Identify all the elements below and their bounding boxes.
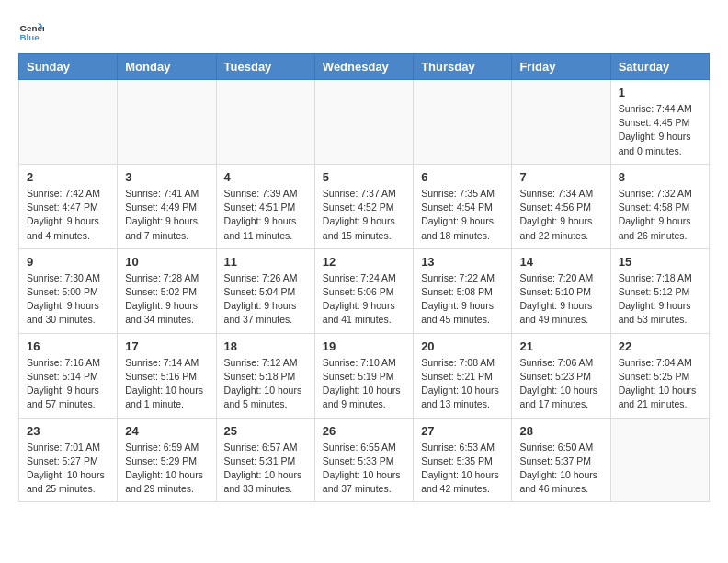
calendar-cell (610, 418, 709, 502)
day-info: Sunrise: 7:44 AM Sunset: 4:45 PM Dayligh… (619, 102, 701, 158)
day-number: 18 (224, 339, 307, 353)
day-number: 6 (421, 170, 504, 184)
day-info: Sunrise: 7:12 AM Sunset: 5:18 PM Dayligh… (224, 356, 307, 412)
day-info: Sunrise: 7:30 AM Sunset: 5:00 PM Dayligh… (27, 271, 109, 327)
calendar-cell: 18Sunrise: 7:12 AM Sunset: 5:18 PM Dayli… (216, 333, 314, 418)
calendar-cell: 19Sunrise: 7:10 AM Sunset: 5:19 PM Dayli… (314, 333, 413, 418)
calendar-cell: 9Sunrise: 7:30 AM Sunset: 5:00 PM Daylig… (19, 248, 118, 333)
day-info: Sunrise: 7:08 AM Sunset: 5:21 PM Dayligh… (421, 356, 504, 412)
calendar-week-row: 1Sunrise: 7:44 AM Sunset: 4:45 PM Daylig… (19, 80, 710, 165)
day-info: Sunrise: 7:28 AM Sunset: 5:02 PM Dayligh… (125, 271, 208, 327)
day-info: Sunrise: 7:42 AM Sunset: 4:47 PM Dayligh… (27, 187, 109, 243)
day-info: Sunrise: 6:57 AM Sunset: 5:31 PM Dayligh… (224, 441, 307, 497)
calendar-week-row: 16Sunrise: 7:16 AM Sunset: 5:14 PM Dayli… (19, 333, 710, 418)
logo: General Blue (18, 18, 48, 44)
day-number: 22 (619, 339, 701, 353)
header-wednesday: Wednesday (314, 54, 413, 80)
day-info: Sunrise: 7:34 AM Sunset: 4:56 PM Dayligh… (519, 187, 602, 243)
header-sunday: Sunday (19, 54, 118, 80)
day-number: 7 (519, 170, 602, 184)
calendar-cell: 8Sunrise: 7:32 AM Sunset: 4:58 PM Daylig… (610, 164, 709, 248)
day-number: 2 (27, 170, 109, 184)
day-number: 1 (619, 86, 701, 99)
day-info: Sunrise: 7:10 AM Sunset: 5:19 PM Dayligh… (323, 356, 405, 412)
day-number: 14 (519, 255, 602, 269)
calendar-week-row: 9Sunrise: 7:30 AM Sunset: 5:00 PM Daylig… (19, 248, 710, 333)
calendar-cell: 24Sunrise: 6:59 AM Sunset: 5:29 PM Dayli… (118, 418, 216, 502)
calendar-cell: 28Sunrise: 6:50 AM Sunset: 5:37 PM Dayli… (512, 418, 610, 502)
calendar-cell: 21Sunrise: 7:06 AM Sunset: 5:23 PM Dayli… (512, 333, 610, 418)
day-info: Sunrise: 7:32 AM Sunset: 4:58 PM Dayligh… (619, 187, 701, 243)
calendar-cell: 25Sunrise: 6:57 AM Sunset: 5:31 PM Dayli… (216, 418, 314, 502)
calendar-cell: 3Sunrise: 7:41 AM Sunset: 4:49 PM Daylig… (118, 164, 216, 248)
calendar-cell: 27Sunrise: 6:53 AM Sunset: 5:35 PM Dayli… (414, 418, 512, 502)
header-tuesday: Tuesday (216, 54, 314, 80)
svg-text:Blue: Blue (19, 32, 40, 42)
day-number: 8 (619, 170, 701, 184)
calendar-cell: 4Sunrise: 7:39 AM Sunset: 4:51 PM Daylig… (216, 164, 314, 248)
header-saturday: Saturday (610, 54, 709, 80)
day-number: 10 (125, 255, 208, 269)
calendar-cell: 26Sunrise: 6:55 AM Sunset: 5:33 PM Dayli… (314, 418, 413, 502)
day-info: Sunrise: 7:22 AM Sunset: 5:08 PM Dayligh… (421, 271, 504, 327)
calendar-cell: 2Sunrise: 7:42 AM Sunset: 4:47 PM Daylig… (19, 164, 118, 248)
calendar-cell: 23Sunrise: 7:01 AM Sunset: 5:27 PM Dayli… (19, 418, 118, 502)
day-number: 17 (125, 339, 208, 353)
day-info: Sunrise: 6:50 AM Sunset: 5:37 PM Dayligh… (519, 441, 602, 497)
calendar-cell: 20Sunrise: 7:08 AM Sunset: 5:21 PM Dayli… (414, 333, 512, 418)
calendar-cell (118, 80, 216, 165)
calendar-cell: 11Sunrise: 7:26 AM Sunset: 5:04 PM Dayli… (216, 248, 314, 333)
day-info: Sunrise: 6:59 AM Sunset: 5:29 PM Dayligh… (125, 441, 208, 497)
day-number: 13 (421, 255, 504, 269)
calendar-cell (216, 80, 314, 165)
day-number: 15 (619, 255, 701, 269)
calendar-cell: 12Sunrise: 7:24 AM Sunset: 5:06 PM Dayli… (314, 248, 413, 333)
day-number: 3 (125, 170, 208, 184)
calendar-cell: 7Sunrise: 7:34 AM Sunset: 4:56 PM Daylig… (512, 164, 610, 248)
day-number: 25 (224, 424, 307, 438)
day-number: 16 (27, 339, 109, 353)
calendar-week-row: 2Sunrise: 7:42 AM Sunset: 4:47 PM Daylig… (19, 164, 710, 248)
day-info: Sunrise: 7:39 AM Sunset: 4:51 PM Dayligh… (224, 187, 307, 243)
day-info: Sunrise: 7:37 AM Sunset: 4:52 PM Dayligh… (323, 187, 405, 243)
day-info: Sunrise: 7:18 AM Sunset: 5:12 PM Dayligh… (619, 271, 701, 327)
day-info: Sunrise: 7:20 AM Sunset: 5:10 PM Dayligh… (519, 271, 602, 327)
calendar-cell: 1Sunrise: 7:44 AM Sunset: 4:45 PM Daylig… (610, 80, 709, 165)
day-number: 4 (224, 170, 307, 184)
day-info: Sunrise: 6:55 AM Sunset: 5:33 PM Dayligh… (323, 441, 405, 497)
day-info: Sunrise: 7:01 AM Sunset: 5:27 PM Dayligh… (27, 441, 109, 497)
day-number: 21 (519, 339, 602, 353)
day-info: Sunrise: 7:24 AM Sunset: 5:06 PM Dayligh… (323, 271, 405, 327)
day-info: Sunrise: 7:16 AM Sunset: 5:14 PM Dayligh… (27, 356, 109, 412)
calendar-cell: 10Sunrise: 7:28 AM Sunset: 5:02 PM Dayli… (118, 248, 216, 333)
calendar-cell: 13Sunrise: 7:22 AM Sunset: 5:08 PM Dayli… (414, 248, 512, 333)
day-info: Sunrise: 7:04 AM Sunset: 5:25 PM Dayligh… (619, 356, 701, 412)
calendar-cell: 17Sunrise: 7:14 AM Sunset: 5:16 PM Dayli… (118, 333, 216, 418)
calendar-cell (414, 80, 512, 165)
day-number: 23 (27, 424, 109, 438)
header-thursday: Thursday (414, 54, 512, 80)
day-info: Sunrise: 7:41 AM Sunset: 4:49 PM Dayligh… (125, 187, 208, 243)
logo-icon: General Blue (18, 18, 44, 44)
calendar-week-row: 23Sunrise: 7:01 AM Sunset: 5:27 PM Dayli… (19, 418, 710, 502)
day-number: 9 (27, 255, 109, 269)
day-number: 11 (224, 255, 307, 269)
calendar-cell: 16Sunrise: 7:16 AM Sunset: 5:14 PM Dayli… (19, 333, 118, 418)
day-number: 19 (323, 339, 405, 353)
calendar-cell: 6Sunrise: 7:35 AM Sunset: 4:54 PM Daylig… (414, 164, 512, 248)
day-info: Sunrise: 6:53 AM Sunset: 5:35 PM Dayligh… (421, 441, 504, 497)
day-info: Sunrise: 7:26 AM Sunset: 5:04 PM Dayligh… (224, 271, 307, 327)
day-info: Sunrise: 7:35 AM Sunset: 4:54 PM Dayligh… (421, 187, 504, 243)
calendar-cell (19, 80, 118, 165)
calendar-cell: 15Sunrise: 7:18 AM Sunset: 5:12 PM Dayli… (610, 248, 709, 333)
page-header: General Blue (18, 18, 710, 44)
day-number: 28 (519, 424, 602, 438)
calendar-cell: 14Sunrise: 7:20 AM Sunset: 5:10 PM Dayli… (512, 248, 610, 333)
day-number: 20 (421, 339, 504, 353)
header-monday: Monday (118, 54, 216, 80)
calendar-cell: 22Sunrise: 7:04 AM Sunset: 5:25 PM Dayli… (610, 333, 709, 418)
calendar-table: SundayMondayTuesdayWednesdayThursdayFrid… (18, 53, 710, 502)
day-info: Sunrise: 7:06 AM Sunset: 5:23 PM Dayligh… (519, 356, 602, 412)
day-info: Sunrise: 7:14 AM Sunset: 5:16 PM Dayligh… (125, 356, 208, 412)
day-number: 27 (421, 424, 504, 438)
